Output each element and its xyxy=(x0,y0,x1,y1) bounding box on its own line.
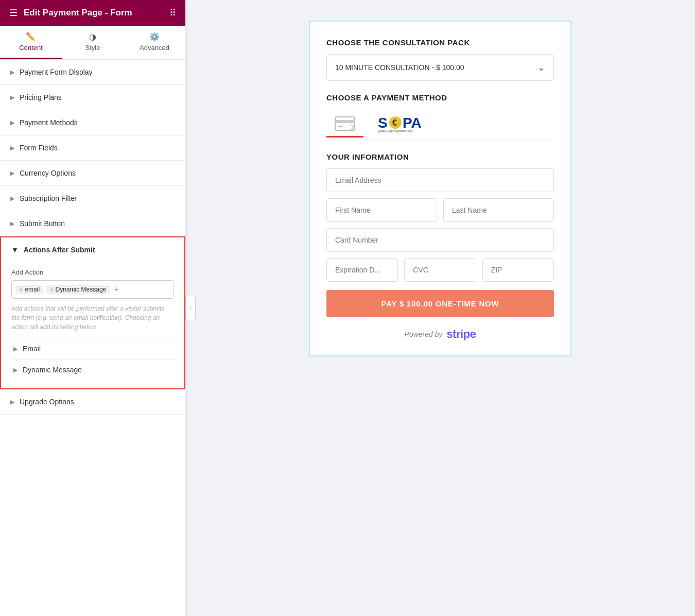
sidebar-title: Edit Payment Page - Form xyxy=(24,8,132,18)
resize-handle[interactable]: ‹ xyxy=(185,296,196,320)
sidebar-subitem-dynamic-message[interactable]: ▶ Dynamic Message xyxy=(11,359,174,380)
stripe-logo: stripe xyxy=(447,328,476,341)
sidebar-item-pricing-plans[interactable]: ▶ Pricing Plans xyxy=(0,85,185,110)
zip-field[interactable] xyxy=(482,258,554,282)
payment-method-title: CHOOSE A PAYMENT METHOD xyxy=(326,93,554,102)
arrow-right-icon: ▶ xyxy=(10,145,14,151)
sidebar-item-subscription-filter[interactable]: ▶ Subscription Filter xyxy=(0,186,185,211)
cvc-field[interactable] xyxy=(404,258,476,282)
sidebar-tabs: ✏️ Content ◑ Style ⚙️ Advanced xyxy=(0,26,185,60)
arrow-right-icon: ▶ xyxy=(13,346,18,352)
tab-style-label: Style xyxy=(85,44,100,52)
arrow-right-icon: ▶ xyxy=(10,220,14,227)
add-action-label: Add Action xyxy=(11,268,174,276)
gear-icon: ⚙️ xyxy=(149,32,160,42)
tab-content-label: Content xyxy=(19,44,43,52)
email-field[interactable] xyxy=(326,168,554,192)
arrow-right-icon: ▶ xyxy=(10,69,14,76)
svg-text:Einheitlicher Euro-Zahlungsver: Einheitlicher Euro-Zahlungsverkehrsraum xyxy=(378,132,421,133)
actions-after-submit-header[interactable]: ▼ Actions After Submit xyxy=(1,237,184,262)
sidebar-item-payment-methods[interactable]: ▶ Payment Methods xyxy=(0,110,185,135)
arrow-right-icon: ▶ xyxy=(13,367,18,373)
tab-style[interactable]: ◑ Style xyxy=(62,26,124,59)
actions-after-submit-label: Actions After Submit xyxy=(24,246,95,254)
card-number-field[interactable] xyxy=(326,228,554,252)
main-content: CHOOSE THE CONSULTATION PACK 10 MINUTE C… xyxy=(185,0,695,616)
arrow-right-icon: ▶ xyxy=(10,170,14,177)
payment-method-icons: S € PA Single Euro Payments Area Einheit… xyxy=(326,109,554,140)
actions-hint: Add actions that will be performed after… xyxy=(11,304,174,332)
grid-icon[interactable]: ⠿ xyxy=(169,7,176,19)
action-tag-email: × email xyxy=(16,285,43,294)
remove-dynamic-message-tag-icon[interactable]: × xyxy=(50,286,53,293)
pack-select-value: 10 MINUTE CONSULTATION - $ 100.00 xyxy=(335,63,464,72)
submit-button[interactable]: PAY $ 100.00 ONE-TIME NOW xyxy=(326,290,554,317)
arrow-right-icon: ▶ xyxy=(10,119,14,126)
sidebar-item-label: Subscription Filter xyxy=(20,194,77,202)
tab-content[interactable]: ✏️ Content xyxy=(0,26,62,59)
arrow-down-icon: ▼ xyxy=(11,246,19,254)
svg-text:S: S xyxy=(378,115,388,131)
sidebar-item-label: Submit Button xyxy=(20,219,65,228)
actions-body: Add Action × email × Dynamic Message + A… xyxy=(1,262,184,388)
subitem-email-label: Email xyxy=(23,345,41,353)
powered-by-stripe: Powered by stripe xyxy=(326,328,554,341)
sidebar-item-currency-options[interactable]: ▶ Currency Options xyxy=(0,161,185,186)
divider xyxy=(326,140,554,140)
sidebar-header: ☰ Edit Payment Page - Form ⠿ xyxy=(0,0,185,26)
arrow-right-icon: ▶ xyxy=(10,399,14,405)
svg-rect-1 xyxy=(335,120,355,123)
last-name-field[interactable] xyxy=(443,198,554,222)
sidebar-header-left: ☰ Edit Payment Page - Form xyxy=(9,7,132,19)
name-row xyxy=(326,198,554,222)
card-payment-button[interactable] xyxy=(326,111,363,138)
sidebar-subitem-email[interactable]: ▶ Email xyxy=(11,338,174,359)
remove-email-tag-icon[interactable]: × xyxy=(20,286,23,293)
payment-form-card: CHOOSE THE CONSULTATION PACK 10 MINUTE C… xyxy=(309,21,571,356)
tag-dynamic-message-label: Dynamic Message xyxy=(56,286,107,293)
svg-rect-2 xyxy=(338,126,343,127)
tag-email-label: email xyxy=(25,286,40,293)
chevron-down-icon: ⌄ xyxy=(537,62,545,73)
pencil-icon: ✏️ xyxy=(26,32,36,42)
expiration-field[interactable] xyxy=(326,258,398,282)
arrow-right-icon: ▶ xyxy=(10,94,14,101)
first-name-field[interactable] xyxy=(326,198,437,222)
card-details-row xyxy=(326,258,554,282)
payment-methods-section: CHOOSE A PAYMENT METHOD xyxy=(326,93,554,140)
actions-after-submit-section: ▼ Actions After Submit Add Action × emai… xyxy=(0,236,185,389)
sidebar-item-label: Form Fields xyxy=(20,144,58,152)
subitem-dynamic-message-label: Dynamic Message xyxy=(23,366,82,374)
sidebar-item-label: Payment Form Display xyxy=(20,68,93,76)
upgrade-options-label: Upgrade Options xyxy=(20,398,74,406)
tab-advanced-label: Advanced xyxy=(140,44,169,52)
sidebar-item-submit-button[interactable]: ▶ Submit Button xyxy=(0,211,185,236)
svg-text:PA: PA xyxy=(403,115,422,131)
sidebar: ☰ Edit Payment Page - Form ⠿ ✏️ Content … xyxy=(0,0,185,616)
info-title: YOUR INFORMATION xyxy=(326,152,554,161)
sepa-logo: S € PA Single Euro Payments Area Einheit… xyxy=(378,114,424,133)
add-tag-button[interactable]: + xyxy=(113,285,119,294)
your-information-section: YOUR INFORMATION xyxy=(326,152,554,282)
sepa-payment-button[interactable]: S € PA Single Euro Payments Area Einheit… xyxy=(370,109,432,140)
sidebar-item-upgrade-options[interactable]: ▶ Upgrade Options xyxy=(0,389,185,415)
svg-text:€: € xyxy=(392,118,397,127)
sidebar-item-label: Payment Methods xyxy=(20,118,78,127)
sidebar-items-list: ▶ Payment Form Display ▶ Pricing Plans ▶… xyxy=(0,60,185,616)
sidebar-item-form-fields[interactable]: ▶ Form Fields xyxy=(0,135,185,161)
sidebar-item-label: Currency Options xyxy=(20,169,76,177)
svg-rect-0 xyxy=(335,117,355,130)
sidebar-item-payment-form-display[interactable]: ▶ Payment Form Display xyxy=(0,60,185,85)
sidebar-item-label: Pricing Plans xyxy=(20,93,62,101)
action-tags-input[interactable]: × email × Dynamic Message + xyxy=(11,280,174,299)
powered-by-label: Powered by xyxy=(405,330,443,338)
arrow-right-icon: ▶ xyxy=(10,195,14,202)
style-icon: ◑ xyxy=(89,32,96,42)
pack-title: CHOOSE THE CONSULTATION PACK xyxy=(326,38,554,47)
hamburger-icon[interactable]: ☰ xyxy=(9,7,18,19)
tab-advanced[interactable]: ⚙️ Advanced xyxy=(124,26,185,59)
action-tag-dynamic-message: × Dynamic Message xyxy=(46,285,110,294)
credit-card-icon xyxy=(335,116,355,131)
pack-select[interactable]: 10 MINUTE CONSULTATION - $ 100.00 ⌄ xyxy=(326,54,554,81)
